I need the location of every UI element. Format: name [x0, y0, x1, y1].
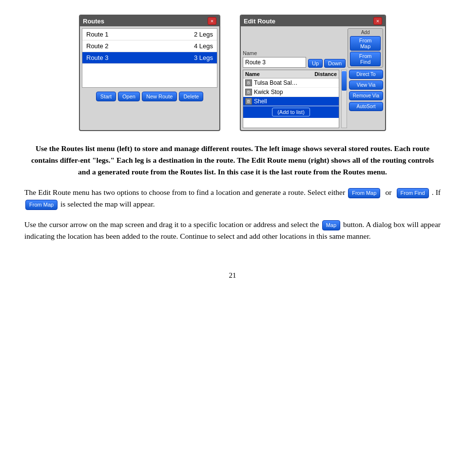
side-buttons: Direct To View Via Remove Via AutoSort: [349, 70, 383, 128]
text-area: Use the Routes list menu (left) to store…: [24, 143, 441, 242]
edit-route-close-btn[interactable]: ×: [373, 17, 382, 25]
inline-from-map-2[interactable]: From Map: [25, 200, 58, 210]
col-distance: Distance: [310, 70, 339, 78]
row-name-2: Kwick Stop: [254, 89, 312, 95]
edit-route-table-area: Name Distance B Tulsa Boat Sal… B Kwick …: [243, 70, 383, 128]
route-1-legs: 2 Legs: [194, 31, 213, 38]
add-to-list-row: (Add to list): [243, 106, 339, 118]
row-icon-3: B: [245, 98, 252, 105]
routes-buttons: Start Open New Route Delete: [80, 90, 219, 103]
row-name-1: Tulsa Boat Sal…: [254, 79, 312, 86]
direct-to-button[interactable]: Direct To: [349, 70, 383, 79]
route-2-name: Route 2: [86, 42, 109, 50]
edit-route-body: Name Up Down Add From Map From Find: [241, 26, 385, 130]
inline-map-btn[interactable]: Map: [322, 220, 340, 230]
routes-titlebar: Routes ×: [80, 16, 219, 26]
name-section: Name: [243, 50, 306, 68]
route-row-3[interactable]: Route 3 3 Legs: [82, 52, 217, 64]
inline-from-find[interactable]: From Find: [397, 188, 429, 198]
route-table-container: Name Distance B Tulsa Boat Sal… B Kwick …: [243, 70, 339, 128]
route-table-row-3[interactable]: B Shell: [243, 97, 339, 106]
route-table-row-1[interactable]: B Tulsa Boat Sal…: [243, 78, 339, 88]
route-table-row-2[interactable]: B Kwick Stop: [243, 88, 339, 97]
table-empty-row: [243, 118, 339, 128]
add-to-list-btn[interactable]: (Add to list): [272, 108, 310, 116]
row-icon-1: B: [245, 79, 252, 86]
routes-list: Route 1 2 Legs Route 2 4 Legs Route 3 3 …: [82, 28, 217, 88]
edit-route-window: Edit Route × Name Up Down Add From Map F…: [240, 15, 386, 131]
paragraph-2: Use the cursor arrow on the map screen a…: [24, 219, 441, 242]
paragraph-1: The Edit Route menu has two options to c…: [24, 187, 441, 210]
remove-via-button[interactable]: Remove Via: [349, 91, 383, 100]
from-find-button[interactable]: From Find: [350, 52, 381, 66]
screenshots-row: Routes × Route 1 2 Legs Route 2 4 Legs R…: [24, 15, 441, 131]
start-button[interactable]: Start: [96, 92, 116, 101]
page-number: 21: [24, 271, 441, 280]
inline-from-map[interactable]: From Map: [348, 188, 380, 198]
routes-window: Routes × Route 1 2 Legs Route 2 4 Legs R…: [79, 15, 220, 131]
col-name: Name: [243, 70, 310, 78]
autosort-button[interactable]: AutoSort: [349, 102, 383, 111]
route-name-input[interactable]: [243, 57, 306, 68]
new-route-button[interactable]: New Route: [142, 92, 177, 101]
name-label: Name: [243, 50, 306, 56]
scrollbar[interactable]: [341, 70, 347, 128]
route-row-empty: [82, 64, 217, 87]
up-button[interactable]: Up: [308, 59, 323, 68]
route-row-1[interactable]: Route 1 2 Legs: [82, 29, 217, 40]
route-3-legs: 3 Legs: [194, 54, 213, 61]
route-3-name: Route 3: [86, 54, 109, 61]
route-table: Name Distance B Tulsa Boat Sal… B Kwick …: [243, 70, 339, 128]
routes-title: Routes: [83, 18, 104, 25]
route-row-2[interactable]: Route 2 4 Legs: [82, 40, 217, 52]
delete-button[interactable]: Delete: [179, 92, 203, 101]
open-button[interactable]: Open: [118, 92, 140, 101]
from-map-button[interactable]: From Map: [350, 36, 381, 51]
add-group: Add From Map From Find: [348, 28, 383, 68]
add-group-label: Add: [350, 30, 381, 35]
route-2-legs: 4 Legs: [194, 42, 213, 50]
edit-route-title: Edit Route: [244, 18, 275, 25]
route-table-header: Name Distance: [243, 70, 339, 78]
row-icon-2: B: [245, 89, 252, 95]
routes-close-btn[interactable]: ×: [208, 17, 216, 25]
row-name-3: Shell: [254, 98, 312, 105]
scrollbar-thumb: [342, 71, 347, 91]
edit-route-titlebar: Edit Route ×: [241, 16, 385, 26]
view-via-button[interactable]: View Via: [349, 80, 383, 90]
down-button[interactable]: Down: [324, 59, 346, 68]
up-down-buttons: Up Down: [308, 59, 346, 68]
bold-paragraph: Use the Routes list menu (left) to store…: [24, 143, 441, 178]
route-1-name: Route 1: [86, 31, 109, 38]
